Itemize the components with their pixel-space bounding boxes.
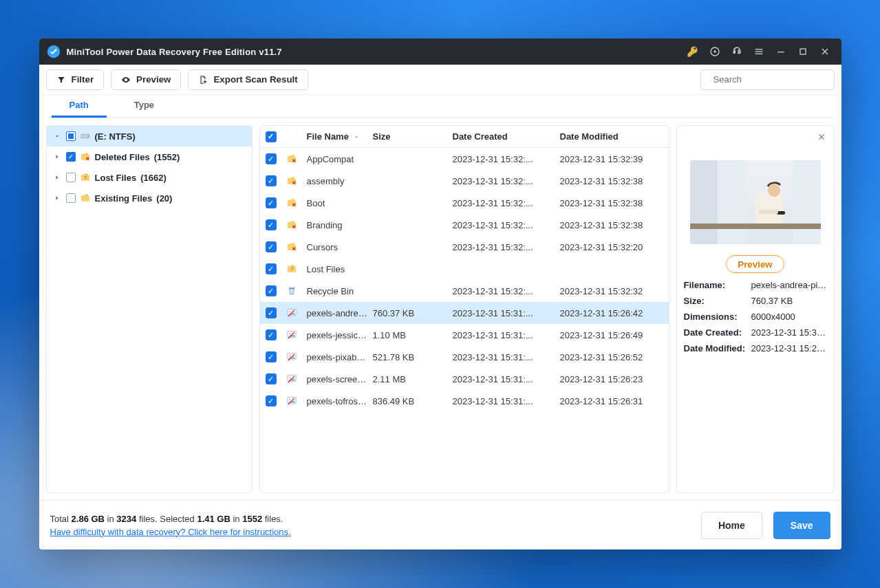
- content: Path Type: [39, 95, 841, 500]
- tree-item[interactable]: Deleted Files (1552): [47, 146, 252, 167]
- file-row[interactable]: Branding2023-12-31 15:32:...2023-12-31 1…: [260, 214, 669, 236]
- status-line: Total 2.86 GB in 3234 files. Selected 1.…: [50, 514, 291, 524]
- file-created: 2023-12-31 15:32:...: [453, 154, 556, 164]
- chevron-right-icon[interactable]: [52, 173, 62, 182]
- file-row[interactable]: pexels-andrea-pia...760.37 KB2023-12-31 …: [260, 302, 669, 324]
- chevron-down-icon[interactable]: [52, 131, 62, 141]
- row-checkbox[interactable]: [266, 395, 277, 406]
- home-button[interactable]: Home: [701, 512, 762, 539]
- file-list[interactable]: File Name Size Date Created Date Modifie…: [259, 125, 669, 493]
- file-type-icon: [286, 175, 303, 186]
- col-modified[interactable]: Date Modified: [560, 131, 663, 142]
- file-type-icon: [286, 351, 303, 362]
- minimize-button[interactable]: [770, 42, 792, 61]
- chevron-right-icon[interactable]: [52, 193, 62, 203]
- support-icon[interactable]: [726, 42, 748, 61]
- file-name: Branding: [307, 220, 369, 230]
- file-name: AppCompat: [307, 154, 369, 164]
- file-type-icon: [286, 395, 303, 406]
- file-row[interactable]: Boot2023-12-31 15:32:...2023-12-31 15:32…: [260, 192, 669, 214]
- row-checkbox[interactable]: [266, 197, 277, 208]
- meta-dimensions-label: Dimensions:: [684, 312, 746, 322]
- tree-checkbox[interactable]: [66, 173, 76, 182]
- help-link[interactable]: Have difficulty with data recovery? Clic…: [50, 527, 291, 537]
- file-created: 2023-12-31 15:32:...: [453, 220, 556, 230]
- svg-rect-40: [690, 224, 821, 229]
- tree-item-label: Lost Files: [95, 173, 137, 183]
- row-checkbox[interactable]: [266, 153, 277, 164]
- svg-point-42: [768, 184, 780, 197]
- close-preview-icon[interactable]: [815, 130, 828, 144]
- svg-text:?: ?: [290, 267, 293, 272]
- sort-icon[interactable]: [353, 133, 360, 140]
- file-name: Lost Files: [307, 264, 369, 274]
- meta-created-value: 2023-12-31 15:31:44: [751, 327, 827, 338]
- file-modified: 2023-12-31 15:32:38: [560, 198, 663, 208]
- row-checkbox[interactable]: [266, 351, 277, 362]
- file-modified: 2023-12-31 15:32:38: [560, 176, 663, 186]
- row-checkbox[interactable]: [266, 219, 277, 230]
- tab-type[interactable]: Type: [116, 94, 172, 118]
- row-checkbox[interactable]: [266, 241, 277, 252]
- tree-item[interactable]: Existing Files (20): [47, 188, 252, 208]
- save-button[interactable]: Save: [773, 512, 830, 539]
- search-box[interactable]: [700, 69, 835, 90]
- menu-icon[interactable]: [748, 42, 770, 61]
- preview-thumbnail: [690, 160, 821, 244]
- tree-checkbox[interactable]: [66, 152, 76, 162]
- tree-item[interactable]: ?Lost Files (1662): [47, 167, 252, 188]
- export-button[interactable]: Export Scan Result: [188, 69, 308, 90]
- svg-point-33: [289, 377, 290, 378]
- col-size[interactable]: Size: [373, 131, 449, 142]
- col-filename[interactable]: File Name: [307, 131, 349, 142]
- license-key-icon[interactable]: [682, 42, 704, 61]
- row-checkbox[interactable]: [266, 329, 277, 340]
- row-checkbox[interactable]: [266, 285, 277, 296]
- filter-button[interactable]: Filter: [46, 69, 105, 90]
- row-checkbox[interactable]: [266, 373, 277, 384]
- file-type-icon: [286, 329, 303, 340]
- col-created[interactable]: Date Created: [453, 131, 556, 142]
- folder-tree[interactable]: (E: NTFS) Deleted Files (1552)?Lost File…: [46, 125, 253, 493]
- search-input[interactable]: [713, 74, 827, 85]
- app-icon: [46, 44, 61, 59]
- file-row[interactable]: Recycle Bin2023-12-31 15:32:...2023-12-3…: [260, 280, 669, 302]
- file-created: 2023-12-31 15:31:...: [453, 396, 556, 406]
- checkbox-mixed[interactable]: [66, 131, 76, 141]
- file-row[interactable]: AppCompat2023-12-31 15:32:...2023-12-31 …: [260, 148, 669, 170]
- file-row[interactable]: assembly2023-12-31 15:32:...2023-12-31 1…: [260, 170, 669, 192]
- export-label: Export Scan Result: [213, 74, 297, 85]
- file-modified: 2023-12-31 15:26:49: [560, 330, 663, 340]
- svg-rect-25: [289, 287, 294, 288]
- tree-item-count: (1552): [154, 152, 180, 162]
- disc-icon[interactable]: [704, 42, 726, 61]
- maximize-button[interactable]: [792, 42, 814, 61]
- app-window: MiniTool Power Data Recovery Free Editio…: [39, 39, 841, 549]
- filter-label: Filter: [72, 74, 94, 85]
- svg-rect-3: [733, 51, 734, 54]
- row-checkbox[interactable]: [266, 307, 277, 318]
- chevron-right-icon[interactable]: [52, 152, 62, 162]
- file-row[interactable]: pexels-screen-po...2.11 MB2023-12-31 15:…: [260, 368, 669, 390]
- preview-button[interactable]: Preview: [111, 69, 181, 90]
- close-button[interactable]: [814, 42, 836, 61]
- file-type-icon: [286, 285, 303, 296]
- file-size: 760.37 KB: [373, 308, 449, 318]
- tree-root[interactable]: (E: NTFS): [47, 126, 252, 146]
- open-preview-button[interactable]: Preview: [726, 255, 784, 273]
- file-row[interactable]: pexels-jessica-le...1.10 MB2023-12-31 15…: [260, 324, 669, 346]
- file-modified: 2023-12-31 15:26:52: [560, 352, 663, 362]
- file-row[interactable]: pexels-pixabay-25...521.78 KB2023-12-31 …: [260, 346, 669, 368]
- tab-path[interactable]: Path: [52, 94, 107, 118]
- preview-meta: Filename: pexels-andrea-piacq Size: 760.…: [684, 280, 827, 353]
- file-row[interactable]: Cursors2023-12-31 15:32:...2023-12-31 15…: [260, 236, 669, 258]
- row-checkbox[interactable]: [266, 263, 277, 274]
- file-row[interactable]: ?Lost Files: [260, 258, 669, 280]
- tree-checkbox[interactable]: [66, 193, 76, 203]
- row-checkbox[interactable]: [266, 175, 277, 186]
- file-modified: 2023-12-31 15:32:32: [560, 286, 663, 296]
- file-size: 1.10 MB: [373, 330, 449, 340]
- file-row[interactable]: pexels-tofroscom-...836.49 KB2023-12-31 …: [260, 390, 669, 412]
- file-modified: 2023-12-31 15:26:23: [560, 374, 663, 384]
- select-all-checkbox[interactable]: [266, 131, 277, 142]
